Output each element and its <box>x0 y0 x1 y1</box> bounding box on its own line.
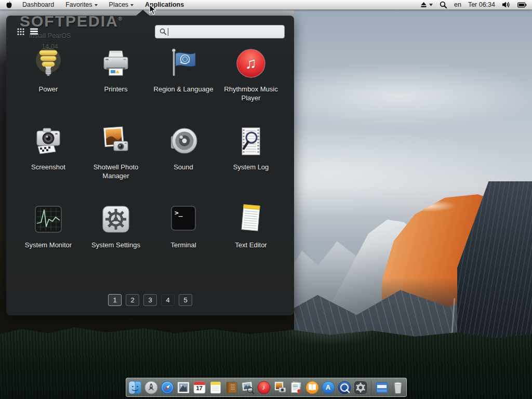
app-terminal[interactable]: >_ Terminal <box>150 203 217 276</box>
safari-compass-icon <box>160 380 175 395</box>
dock-app-store[interactable]: A <box>321 380 336 395</box>
app-label: Rhythmbox Music Player <box>218 85 284 102</box>
chevron-down-icon <box>130 4 134 6</box>
dock-contacts[interactable] <box>224 380 239 395</box>
menu-favorites-label: Favorites <box>65 1 92 8</box>
menu-dashboard[interactable]: Dashboard <box>17 0 60 9</box>
menu-favorites[interactable]: Favorites <box>60 0 103 9</box>
calendar-icon <box>192 380 207 395</box>
books-icon <box>305 380 320 395</box>
chevron-down-icon <box>95 4 98 6</box>
app-system-settings[interactable]: System Settings <box>82 203 150 276</box>
preview-photos-icon <box>241 380 255 395</box>
app-screenshot[interactable]: Screenshot <box>15 125 82 198</box>
documents-icon <box>289 380 303 395</box>
photo-camera-icon <box>99 125 132 158</box>
app-label: Region & Language <box>154 85 214 94</box>
menubar: Dashboard Favorites Places Applications … <box>0 0 532 10</box>
app-label: Screenshot <box>31 163 65 171</box>
dock-ibooks[interactable] <box>305 380 320 395</box>
menu-applications[interactable]: Applications <box>139 0 190 9</box>
contacts-book-icon <box>224 380 239 395</box>
dock-safari[interactable] <box>160 380 175 395</box>
notes-icon <box>208 380 223 395</box>
applications-launcher-panel: Power Printers <box>6 16 294 315</box>
trash-icon <box>391 380 405 395</box>
dock-workspaces[interactable] <box>375 380 389 395</box>
log-magnifier-icon <box>234 125 268 158</box>
app-shotwell[interactable]: Shotwell Photo Manager <box>82 125 150 198</box>
page-button-2[interactable]: 2 <box>126 294 139 306</box>
volume-icon[interactable] <box>502 1 511 8</box>
dock-notes[interactable] <box>208 380 223 395</box>
mail-stamp-icon <box>176 380 191 395</box>
app-region-language[interactable]: Region & Language <box>150 47 217 121</box>
search-icon <box>159 28 167 35</box>
app-store-icon <box>321 380 336 395</box>
menu-places-label: Places <box>109 1 129 8</box>
camera-icon <box>32 125 65 158</box>
dock-documents[interactable] <box>289 380 303 395</box>
text-caret <box>168 28 168 36</box>
app-text-editor[interactable]: Text Editor <box>217 203 285 276</box>
app-printers[interactable]: Printers <box>82 47 150 121</box>
gear-icon <box>353 380 368 395</box>
app-label: System Log <box>233 163 269 171</box>
photo-camera-icon <box>273 380 287 395</box>
dock-system-settings[interactable] <box>353 380 368 395</box>
app-label: Terminal <box>170 241 196 249</box>
notepad-icon <box>234 203 268 236</box>
search-icon[interactable] <box>440 1 447 9</box>
app-grid: Power Printers <box>15 47 286 276</box>
desktop-icon-install-pearos[interactable]: Install PearOS 14.04 <box>18 32 82 51</box>
apple-menu[interactable] <box>0 1 17 9</box>
menu-places[interactable]: Places <box>103 0 140 9</box>
app-rhythmbox[interactable]: ♫ Rhythmbox Music Player <box>217 47 285 121</box>
launchpad-rocket-icon <box>144 380 158 395</box>
app-label: System Monitor <box>25 241 72 249</box>
printer-icon <box>99 47 132 80</box>
app-sound[interactable]: Sound <box>150 125 217 198</box>
battery-icon[interactable] <box>517 2 527 8</box>
pagination: 1 2 3 4 5 <box>6 294 294 306</box>
app-label: System Settings <box>91 241 140 249</box>
dock-finder[interactable] <box>128 380 142 395</box>
keyboard-layout-indicator[interactable]: en <box>454 1 461 8</box>
menu-dashboard-label: Dashboard <box>22 1 54 8</box>
music-note-circle-icon: ♫ <box>234 47 268 80</box>
flag-icon <box>167 47 200 80</box>
desktop: Dashboard Favorites Places Applications … <box>0 0 532 399</box>
app-system-log[interactable]: System Log <box>217 125 285 198</box>
dock: 17 <box>126 378 407 397</box>
app-label: Power <box>39 85 58 94</box>
page-button-1[interactable]: 1 <box>108 294 122 306</box>
page-button-3[interactable]: 3 <box>143 294 157 306</box>
panel-notch <box>136 10 150 16</box>
app-label: Text Editor <box>235 241 267 249</box>
dock-quicktime[interactable] <box>337 380 352 395</box>
dock-shotwell[interactable] <box>273 380 287 395</box>
eject-indicator[interactable] <box>420 1 433 8</box>
waveform-screen-icon <box>32 203 65 236</box>
window-icon <box>375 380 389 395</box>
app-system-monitor[interactable]: System Monitor <box>15 203 82 276</box>
svg-text:>_: >_ <box>175 209 183 217</box>
dock-preview[interactable] <box>241 380 255 395</box>
quicktime-icon <box>337 380 352 395</box>
clock[interactable]: Ter 06:34 <box>468 1 495 8</box>
dock-trash[interactable] <box>391 380 405 395</box>
eject-icon <box>420 1 428 8</box>
dock-calendar[interactable]: 17 <box>192 380 207 395</box>
dock-launchpad[interactable] <box>144 380 158 395</box>
speaker-icon <box>167 125 200 158</box>
page-button-5[interactable]: 5 <box>179 294 192 306</box>
desktop-icon-label-line2: 14.04 <box>18 43 82 51</box>
menu-applications-label: Applications <box>145 1 184 8</box>
search-box[interactable] <box>155 25 285 38</box>
dock-mail[interactable] <box>176 380 191 395</box>
app-power[interactable]: Power <box>15 47 82 121</box>
page-button-4[interactable]: 4 <box>161 294 175 306</box>
search-input[interactable] <box>171 28 280 36</box>
dock-rhythmbox[interactable]: ♪ <box>257 380 271 395</box>
music-note-circle-icon <box>257 380 271 395</box>
